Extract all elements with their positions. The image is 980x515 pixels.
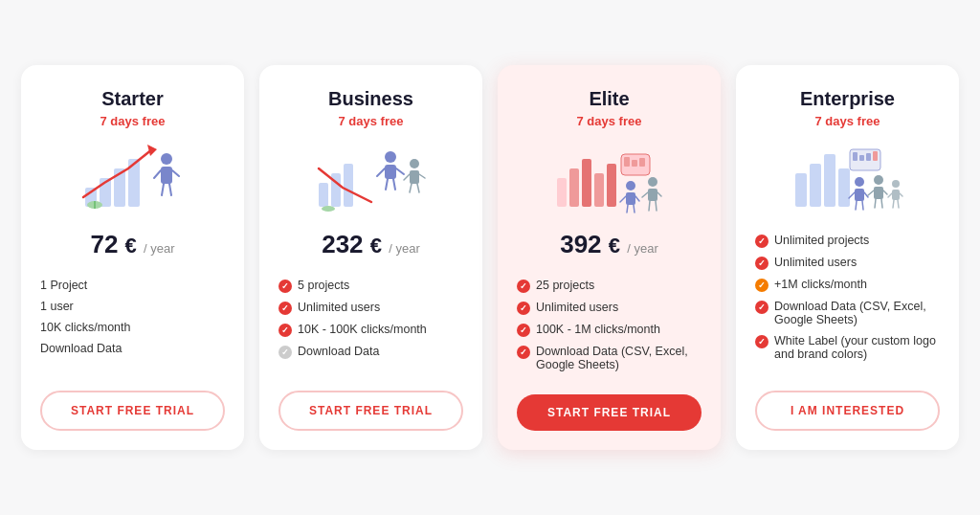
feature-item: ✓25 projects	[517, 275, 702, 297]
svg-line-19	[396, 168, 404, 174]
feature-text: 10K - 100K clicks/month	[298, 323, 427, 336]
plan-trial-elite: 7 days free	[577, 114, 642, 128]
svg-line-9	[162, 184, 164, 195]
svg-point-71	[892, 180, 900, 188]
feature-check-icon: ✓	[517, 302, 530, 315]
svg-point-44	[648, 177, 657, 187]
svg-point-28	[322, 206, 335, 212]
feature-item: Download Data	[40, 338, 225, 359]
feature-check-icon: ✓	[755, 257, 768, 270]
feature-check-icon: ✓	[755, 279, 768, 292]
plan-illustration-starter	[76, 140, 190, 216]
svg-point-5	[161, 153, 172, 165]
feature-item: ✓Unlimited users	[278, 297, 463, 319]
svg-line-10	[169, 184, 171, 195]
svg-rect-17	[385, 165, 396, 179]
svg-line-25	[419, 174, 425, 178]
plan-name-elite: Elite	[589, 88, 629, 110]
pricing-container: Starter7 days free 72 € / year1	[21, 65, 959, 450]
svg-line-76	[898, 200, 899, 208]
svg-line-24	[404, 174, 410, 180]
svg-line-75	[893, 200, 894, 208]
plan-card-starter: Starter7 days free 72 € / year1	[21, 65, 244, 450]
svg-line-48	[649, 201, 650, 211]
plan-card-enterprise: Enterprise7 days free	[736, 65, 959, 450]
feature-check-icon: ✓	[755, 335, 768, 348]
svg-rect-52	[824, 154, 835, 207]
feature-text: Download Data	[298, 345, 379, 358]
feature-text: 100K - 1M clicks/month	[536, 323, 660, 336]
svg-point-22	[410, 159, 419, 168]
feature-text: Unlimited users	[536, 301, 618, 314]
svg-rect-53	[838, 168, 850, 207]
svg-rect-55	[853, 152, 858, 161]
svg-rect-58	[873, 151, 878, 161]
feature-item: ✓+1M clicks/month	[755, 274, 940, 296]
svg-point-38	[626, 181, 635, 190]
feature-check-icon: ✓	[755, 235, 768, 248]
svg-rect-57	[866, 153, 871, 161]
svg-line-47	[657, 192, 661, 196]
feature-text: Download Data (CSV, Excel, Google Sheets…	[774, 300, 940, 326]
cta-button-starter[interactable]: START FREE TRIAL	[40, 391, 225, 431]
svg-line-41	[635, 196, 639, 201]
cta-button-elite[interactable]: START FREE TRIAL	[517, 394, 702, 431]
plan-name-starter: Starter	[101, 88, 163, 110]
cta-button-enterprise[interactable]: I AM INTERESTED	[755, 391, 940, 431]
svg-line-69	[875, 199, 876, 208]
feature-item: ✓White Label (your custom logo and brand…	[755, 330, 940, 365]
feature-text: +1M clicks/month	[774, 278, 867, 291]
svg-rect-30	[569, 168, 579, 207]
svg-rect-66	[874, 187, 883, 199]
svg-line-49	[656, 201, 657, 211]
svg-line-70	[881, 199, 882, 208]
svg-line-27	[417, 184, 419, 192]
svg-line-43	[634, 205, 635, 213]
svg-rect-56	[859, 155, 864, 161]
svg-rect-31	[582, 159, 591, 207]
plan-price-business: 232 € / year	[322, 230, 420, 259]
feature-text: White Label (your custom logo and brand …	[774, 334, 940, 361]
svg-line-46	[642, 192, 648, 197]
feature-item: ✓Download Data	[278, 341, 463, 363]
cta-button-business[interactable]: START FREE TRIAL	[278, 391, 463, 431]
svg-point-16	[385, 151, 396, 163]
svg-line-42	[627, 205, 628, 213]
svg-rect-29	[557, 178, 567, 207]
plan-features-starter: 1 Project1 user10K clicks/monthDownload …	[40, 275, 225, 371]
svg-line-62	[864, 192, 868, 197]
svg-line-67	[868, 190, 874, 195]
svg-line-64	[862, 201, 863, 210]
svg-line-26	[410, 184, 412, 192]
plan-illustration-elite	[552, 140, 667, 216]
svg-rect-6	[161, 167, 172, 184]
feature-text: Download Data (CSV, Excel, Google Sheets…	[536, 345, 702, 371]
svg-marker-4	[147, 145, 157, 156]
svg-rect-23	[410, 170, 419, 184]
svg-rect-51	[810, 164, 821, 207]
feature-check-icon: ✓	[517, 324, 530, 337]
feature-item: 1 Project	[40, 275, 225, 296]
plan-features-enterprise: ✓Unlimited projects✓Unlimited users✓+1M …	[755, 230, 940, 371]
svg-rect-32	[594, 173, 604, 207]
feature-item: 1 user	[40, 296, 225, 317]
plan-trial-starter: 7 days free	[100, 114, 166, 128]
feature-item: ✓Unlimited projects	[755, 230, 940, 252]
svg-line-20	[386, 179, 388, 190]
feature-item: ✓100K - 1M clicks/month	[517, 319, 702, 341]
plan-name-business: Business	[328, 88, 413, 110]
plan-trial-business: 7 days free	[339, 114, 404, 128]
feature-item: ✓Unlimited users	[517, 297, 702, 319]
svg-line-63	[856, 201, 857, 210]
feature-item: 10K clicks/month	[40, 317, 225, 338]
feature-item: ✓10K - 100K clicks/month	[278, 319, 463, 341]
feature-item: ✓5 projects	[278, 275, 463, 297]
feature-check-icon: ✓	[517, 346, 530, 359]
svg-line-68	[883, 190, 887, 194]
plan-price-elite: 392 € / year	[560, 230, 658, 259]
feature-text: 25 projects	[536, 279, 594, 292]
feature-check-icon: ✓	[278, 346, 292, 359]
svg-line-7	[154, 170, 161, 178]
feature-text: Unlimited users	[298, 301, 380, 314]
feature-check-icon: ✓	[278, 302, 292, 315]
